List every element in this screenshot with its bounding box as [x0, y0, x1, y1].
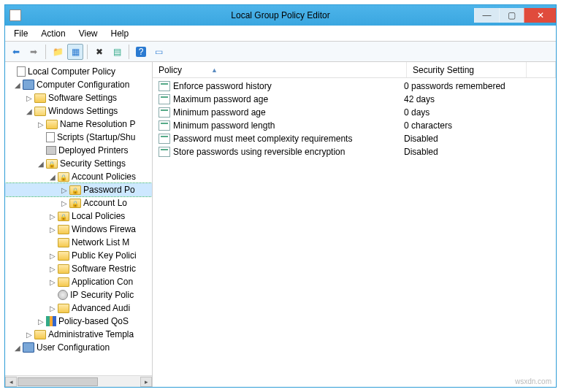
- back-button[interactable]: ⬅: [8, 44, 24, 60]
- caret-right-icon[interactable]: ▷: [47, 252, 58, 260]
- caret-down-icon[interactable]: ◢: [36, 160, 46, 168]
- view-button[interactable]: ▦: [67, 44, 83, 60]
- export-button[interactable]: ▤: [109, 44, 125, 60]
- maximize-button[interactable]: ▢: [499, 8, 524, 23]
- policy-icon: [17, 66, 26, 77]
- caret-right-icon[interactable]: ▷: [47, 278, 58, 286]
- tree-item-qos[interactable]: ▷Policy-based QoS: [5, 315, 152, 328]
- tree-item-password-policy[interactable]: ▷Password Po: [5, 183, 152, 196]
- tree-label: Windows Settings: [48, 106, 118, 116]
- folder-icon: [58, 238, 69, 247]
- menu-action[interactable]: Action: [35, 27, 71, 40]
- tree-item-user-config[interactable]: ◢User Configuration: [5, 341, 152, 354]
- policy-name: Store passwords using reversible encrypt…: [173, 147, 345, 157]
- tree-item-advanced-audit[interactable]: ▷Advanced Audi: [5, 301, 152, 315]
- tree-item-windows-settings[interactable]: ◢Windows Settings: [5, 104, 152, 118]
- folder-lock-icon: [58, 172, 69, 182]
- tree-item-security-settings[interactable]: ◢Security Settings: [5, 157, 152, 170]
- list-row[interactable]: Maximum password age42 days: [153, 93, 556, 106]
- tree-root[interactable]: Local Computer Policy: [5, 65, 152, 78]
- list-row[interactable]: Minimum password length0 characters: [153, 119, 556, 132]
- close-button[interactable]: ✕: [524, 8, 556, 23]
- tree-label: User Configuration: [37, 342, 110, 353]
- scroll-thumb[interactable]: [18, 377, 98, 386]
- forward-button[interactable]: ➡: [26, 44, 42, 60]
- list-row[interactable]: Password must meet complexity requiremen…: [153, 132, 556, 145]
- watermark: wsxdn.com: [515, 377, 552, 385]
- menu-file[interactable]: File: [8, 27, 34, 40]
- caret-down-icon[interactable]: ◢: [24, 107, 34, 115]
- policy-name: Minimum password age: [173, 107, 266, 118]
- col-policy[interactable]: Policy▲: [153, 62, 407, 77]
- tree-item-windows-firewall[interactable]: ▷Windows Firewa: [5, 223, 152, 236]
- tree-item-computer-config[interactable]: ◢Computer Configuration: [5, 78, 152, 91]
- caret-down-icon[interactable]: ◢: [47, 173, 58, 181]
- help-button[interactable]: ?: [133, 44, 149, 60]
- list-row[interactable]: Minimum password age0 days: [153, 106, 556, 119]
- caret-right-icon[interactable]: ▷: [24, 331, 34, 339]
- tree-item-name-resolution[interactable]: ▷Name Resolution P: [5, 118, 152, 131]
- computer-icon: [23, 342, 34, 353]
- folder-icon: [58, 251, 69, 261]
- tree-item-admin-templates[interactable]: ▷Administrative Templa: [5, 328, 152, 341]
- tree-item-account-policies[interactable]: ◢Account Policies: [5, 170, 152, 183]
- col-label: Policy: [159, 65, 182, 75]
- tree-item-local-policies[interactable]: ▷Local Policies: [5, 210, 152, 223]
- up-button[interactable]: 📁: [50, 44, 66, 60]
- policy-setting: 0 characters: [401, 120, 556, 131]
- list-row[interactable]: Store passwords using reversible encrypt…: [153, 145, 556, 158]
- tree-item-software-restriction[interactable]: ▷Software Restric: [5, 262, 152, 275]
- caret-down-icon[interactable]: ◢: [12, 81, 23, 89]
- tree-label: IP Security Polic: [70, 290, 134, 300]
- caret-down-icon[interactable]: ◢: [12, 344, 23, 352]
- tree-item-scripts[interactable]: Scripts (Startup/Shu: [5, 131, 152, 144]
- tree-label: Software Restric: [72, 264, 136, 274]
- tree-item-ip-security[interactable]: IP Security Polic: [5, 288, 152, 301]
- menu-view[interactable]: View: [73, 27, 104, 40]
- titlebar[interactable]: Local Group Policy Editor — ▢ ✕: [5, 5, 556, 26]
- folder-lock-icon: [46, 159, 58, 169]
- minimize-button[interactable]: —: [474, 8, 499, 23]
- properties-button[interactable]: ▭: [150, 44, 167, 60]
- list-body: Enforce password history0 passwords reme…: [153, 78, 556, 160]
- x-icon: ✖: [96, 47, 103, 57]
- help-icon: ?: [136, 47, 146, 57]
- caret-right-icon[interactable]: ▷: [47, 226, 58, 234]
- col-spacer[interactable]: [527, 62, 556, 77]
- tree-pane[interactable]: Local Computer Policy ◢Computer Configur…: [5, 62, 153, 387]
- caret-right-icon[interactable]: ▷: [47, 304, 58, 312]
- caret-right-icon[interactable]: ▷: [36, 120, 46, 128]
- tree-label: Public Key Polici: [72, 250, 137, 261]
- tree-label: Scripts (Startup/Shu: [57, 132, 135, 142]
- caret-right-icon[interactable]: ▷: [47, 265, 58, 273]
- toolbar: ⬅ ➡ 📁 ▦ ✖ ▤ ? ▭: [5, 42, 556, 62]
- tree-item-software-settings[interactable]: ▷Software Settings: [5, 91, 152, 104]
- list-row[interactable]: Enforce password history0 passwords reme…: [153, 80, 556, 93]
- caret-right-icon[interactable]: ▷: [59, 199, 69, 207]
- window-title: Local Group Policy Editor: [231, 10, 329, 20]
- scroll-right-button[interactable]: ▸: [140, 377, 152, 387]
- app-icon: [9, 9, 21, 21]
- col-setting[interactable]: Security Setting: [407, 62, 527, 77]
- body: Local Computer Policy ◢Computer Configur…: [5, 62, 556, 387]
- tree-label: Security Settings: [60, 158, 126, 169]
- menu-help[interactable]: Help: [105, 27, 135, 40]
- tree-label: Password Po: [83, 185, 135, 195]
- tree-item-deployed-printers[interactable]: Deployed Printers: [5, 144, 152, 157]
- tree-item-account-lockout[interactable]: ▷Account Lo: [5, 196, 152, 210]
- tree-item-network-list[interactable]: Network List M: [5, 236, 152, 249]
- tree-item-public-key[interactable]: ▷Public Key Polici: [5, 249, 152, 262]
- scroll-left-button[interactable]: ◂: [5, 377, 17, 387]
- tree-item-application-control[interactable]: ▷Application Con: [5, 275, 152, 288]
- folder-icon: [58, 277, 69, 287]
- policy-setting: Disabled: [401, 147, 556, 157]
- policy-setting: 0 days: [401, 107, 556, 118]
- caret-right-icon[interactable]: ▷: [24, 94, 34, 102]
- folder-open-icon: [34, 107, 46, 116]
- caret-right-icon[interactable]: ▷: [36, 318, 46, 326]
- caret-icon[interactable]: ▷: [59, 186, 69, 194]
- delete-button[interactable]: ✖: [91, 44, 107, 60]
- horizontal-scrollbar[interactable]: ◂ ▸: [5, 375, 152, 387]
- folder-lock-icon: [69, 199, 81, 208]
- caret-right-icon[interactable]: ▷: [47, 212, 58, 220]
